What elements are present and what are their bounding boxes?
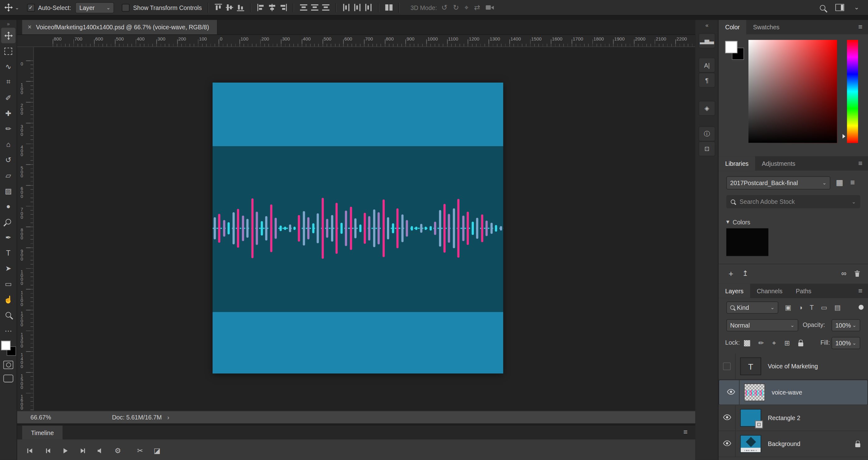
panel-menu-icon[interactable]: ≡: [858, 159, 863, 167]
filter-adjustment-layers-icon[interactable]: ◑: [799, 304, 803, 311]
layer-row-background[interactable]: Background: [718, 431, 868, 457]
3d-slide-icon[interactable]: ⇄: [474, 3, 480, 12]
expand-panels-icon[interactable]: «: [695, 20, 718, 30]
lock-pixels-icon[interactable]: ✏: [758, 339, 764, 347]
distribute-vertical-centers-icon[interactable]: [310, 3, 319, 12]
eyedropper-tool[interactable]: ✐: [1, 90, 16, 105]
eyedropper-tool-icon[interactable]: ✐: [5, 93, 11, 102]
tool-preset-chevron[interactable]: ⌄: [15, 5, 19, 10]
hand-tool-icon[interactable]: ☝: [4, 295, 13, 304]
layer-visibility-toggle[interactable]: [718, 353, 736, 379]
lock-transparency-icon[interactable]: [744, 340, 750, 346]
list-view-icon[interactable]: ≡: [850, 178, 855, 187]
3d-orbit-icon[interactable]: ↺: [441, 3, 447, 12]
document-canvas[interactable]: [213, 83, 503, 374]
paragraph-panel-icon[interactable]: ¶: [699, 73, 715, 88]
show-transform-checkbox[interactable]: [122, 4, 130, 11]
layer-name[interactable]: voice-wave: [772, 389, 802, 396]
rectangular-marquee-tool-icon[interactable]: [4, 47, 12, 55]
distribute-right-edges-icon[interactable]: [364, 3, 372, 12]
canvas-viewport[interactable]: 0100200300400500600700800900100011001200…: [17, 47, 695, 410]
cloud-sync-icon[interactable]: ∞: [841, 269, 846, 277]
library-select[interactable]: 2017Postcard_Back-final ⌄: [726, 176, 830, 190]
lock-artboard-icon[interactable]: ⊞: [784, 339, 790, 347]
zoom-tool-icon[interactable]: [6, 312, 11, 318]
layer-name[interactable]: Rectangle 2: [768, 414, 800, 421]
foreground-background-chips[interactable]: [1, 341, 16, 355]
timeline-menu-icon[interactable]: ≡: [683, 428, 688, 436]
rectangle-tool-icon[interactable]: ▭: [5, 280, 12, 288]
lasso-tool-icon[interactable]: ∿: [5, 62, 11, 71]
align-vertical-centers-icon[interactable]: [225, 3, 234, 12]
panel-menu-icon[interactable]: ≡: [858, 23, 863, 31]
pen-tool[interactable]: ✒: [1, 229, 16, 245]
tab-adjustments[interactable]: Adjustments: [755, 156, 802, 170]
zoom-tool[interactable]: [1, 307, 16, 322]
move-tool-icon[interactable]: [4, 31, 12, 39]
add-content-icon[interactable]: +: [728, 268, 734, 278]
layer-row-voice-of-marketing[interactable]: TVoice of Marketing: [718, 353, 868, 380]
layer-visibility-toggle[interactable]: [718, 431, 736, 457]
crop-tool-icon[interactable]: ⌗: [6, 78, 10, 86]
stock-search-field[interactable]: Search Adobe Stock ⌄: [726, 195, 860, 208]
crop-tool[interactable]: ⌗: [1, 74, 16, 90]
zoom-level-field[interactable]: 66.67%: [31, 414, 51, 421]
lock-position-icon[interactable]: ⌖: [772, 339, 776, 347]
type-tool[interactable]: T: [1, 245, 16, 261]
filter-pixel-layers-icon[interactable]: ▣: [785, 304, 791, 311]
grid-view-icon[interactable]: ▦: [836, 178, 843, 187]
path-selection-tool[interactable]: ➤: [1, 261, 16, 276]
character-panel-icon[interactable]: A|: [699, 58, 715, 73]
tab-libraries[interactable]: Libraries: [718, 156, 755, 170]
colors-section-header[interactable]: ▾ Colors: [726, 219, 750, 226]
move-tool[interactable]: [1, 28, 16, 43]
spot-healing-brush-tool[interactable]: ✚: [1, 105, 16, 121]
rectangular-marquee-tool[interactable]: [1, 43, 16, 59]
align-right-edges-icon[interactable]: [279, 3, 287, 12]
workspace-switcher-icon[interactable]: [835, 4, 844, 11]
history-brush-tool-icon[interactable]: ↺: [5, 155, 11, 164]
panel-options-chevron[interactable]: ⌄: [854, 4, 859, 11]
go-to-first-frame-button[interactable]: [26, 447, 33, 454]
clone-stamp-tool-icon[interactable]: ⌂: [6, 140, 10, 148]
align-bottom-edges-icon[interactable]: [236, 3, 244, 12]
layer-thumbnail[interactable]: [740, 409, 761, 427]
eraser-tool[interactable]: ▱: [1, 167, 16, 183]
filter-toggle-icon[interactable]: [859, 305, 864, 310]
path-selection-tool-icon[interactable]: ➤: [5, 264, 11, 272]
layer-name[interactable]: Voice of Marketing: [768, 363, 818, 370]
gradient-tool[interactable]: ▨: [1, 183, 16, 199]
lasso-tool[interactable]: ∿: [1, 59, 16, 74]
distribute-bottom-edges-icon[interactable]: [321, 3, 330, 12]
3d-camera-icon[interactable]: [486, 4, 494, 11]
foreground-background-chips[interactable]: [725, 41, 745, 61]
play-button[interactable]: [61, 447, 68, 454]
tab-swatches[interactable]: Swatches: [746, 20, 786, 34]
layer-filter-select[interactable]: Kind ⌄: [726, 301, 778, 314]
brush-tool-icon[interactable]: ✏: [5, 124, 11, 133]
current-tool-icon[interactable]: [4, 3, 13, 12]
previous-frame-button[interactable]: [43, 447, 51, 454]
3d-roll-icon[interactable]: ↻: [453, 3, 459, 12]
tab-paths[interactable]: Paths: [789, 284, 818, 298]
layer-row-rectangle-2[interactable]: Rectangle 2: [718, 405, 868, 431]
info-panel-icon[interactable]: ⓘ: [699, 126, 715, 141]
dodge-tool[interactable]: [1, 214, 16, 229]
tab-layers[interactable]: Layers: [718, 284, 750, 298]
layer-thumbnail[interactable]: T: [740, 357, 761, 375]
saturation-brightness-field[interactable]: [748, 40, 837, 143]
search-icon[interactable]: [820, 5, 825, 10]
rectangle-tool[interactable]: ▭: [1, 276, 16, 291]
document-tab[interactable]: × VoiceofMarketing1400x1400.psd @ 66.7% …: [22, 20, 217, 34]
blur-tool-icon[interactable]: ●: [6, 202, 10, 210]
align-left-edges-icon[interactable]: [256, 3, 265, 12]
quick-mask-icon[interactable]: [3, 361, 13, 369]
next-frame-button[interactable]: [79, 447, 86, 454]
library-color-swatch[interactable]: [726, 228, 768, 256]
blur-tool[interactable]: ●: [1, 199, 16, 214]
auto-select-target-dropdown[interactable]: Layer ⌄: [76, 2, 114, 13]
spot-healing-brush-tool-icon[interactable]: ✚: [5, 109, 11, 117]
dodge-tool-icon[interactable]: [6, 219, 11, 224]
pen-tool-icon[interactable]: ✒: [5, 233, 11, 241]
history-brush-tool[interactable]: ↺: [1, 152, 16, 167]
